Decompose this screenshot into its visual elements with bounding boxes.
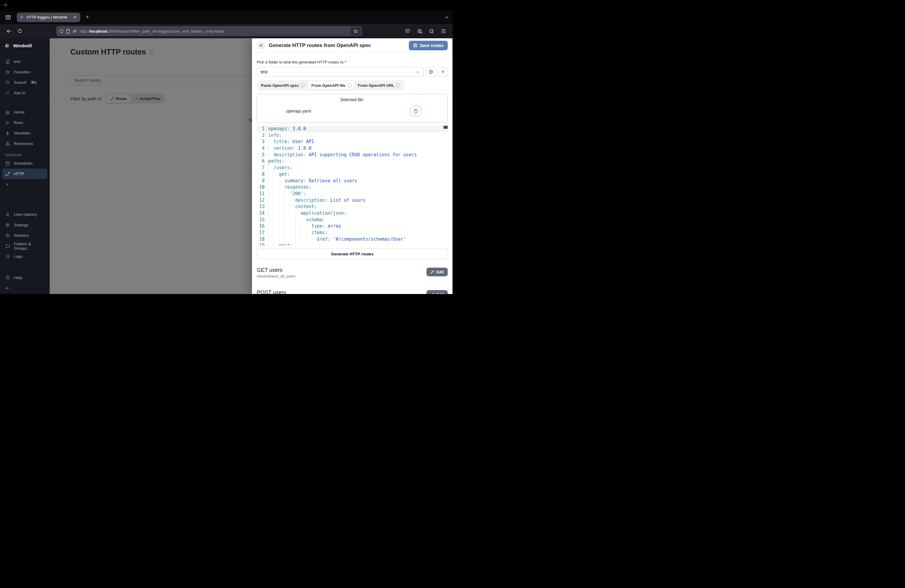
- sidebar-item-logs[interactable]: Logs: [2, 251, 47, 262]
- trash-icon: [414, 109, 418, 113]
- code-line: 18 $ref: '#/components/schemas/User': [257, 236, 448, 243]
- tab-paste-openapi-spec[interactable]: Paste OpenAPI spec i: [258, 81, 308, 89]
- code-line: 12 description: List of users: [257, 197, 448, 204]
- yaml-code-editor[interactable]: 1openapi: 3.0.02info:3 title: User API4 …: [257, 126, 448, 245]
- sidebar-item-label: Runs: [14, 120, 23, 125]
- url-scheme: http://: [79, 29, 90, 33]
- selected-file-label: Selected file:: [257, 97, 448, 102]
- url-rest: :3000/routes?filter_path_of=trigger&user…: [108, 29, 224, 33]
- close-icon[interactable]: ✕: [257, 41, 265, 50]
- user-icon: [5, 212, 10, 217]
- url-text[interactable]: http://localhost:3000/routes?filter_path…: [79, 29, 348, 33]
- sidebar-item-runs[interactable]: Runs: [2, 118, 47, 128]
- route-path: f/test/retrieve_all_users: [257, 274, 427, 278]
- code-line: 8 get:: [257, 171, 448, 178]
- code-line: 14 application/json:: [257, 210, 448, 217]
- home-icon: [5, 110, 10, 114]
- url-bar[interactable]: http://localhost:3000/routes?filter_path…: [56, 26, 362, 36]
- selected-file-box: Selected file: openapi.yaml: [257, 94, 448, 123]
- firefox-view-icon[interactable]: [3, 13, 13, 22]
- required-asterisk: *: [345, 60, 346, 64]
- sidebar-item-label: Folders & Groups...: [14, 242, 45, 251]
- robot-icon: [5, 233, 10, 238]
- edit-route-button[interactable]: Edit: [427, 268, 448, 277]
- eye-preview-button[interactable]: [426, 67, 436, 77]
- browser-tab[interactable]: HTTP triggers | Windmill ✕: [17, 13, 80, 22]
- edit-route-button[interactable]: Edit: [427, 290, 448, 294]
- permissions-icon[interactable]: [72, 29, 77, 33]
- sidebar-item-help[interactable]: Help: [2, 272, 47, 283]
- sidebar-item-label: Search: [14, 80, 27, 85]
- add-folder-button[interactable]: +: [438, 67, 448, 77]
- account-icon[interactable]: [415, 26, 424, 36]
- sidebar-item-label: User (admin): [14, 212, 37, 217]
- sidebar-item-variables[interactable]: $ Variables: [2, 128, 47, 138]
- drawer-header: ✕ Generate HTTP routes from OpenAPI spec…: [252, 38, 452, 53]
- editor-scrollbar-thumb[interactable]: [443, 126, 448, 129]
- remove-file-button[interactable]: [410, 106, 421, 116]
- gear-icon: ⚙: [5, 222, 10, 228]
- tab-from-openapi-file[interactable]: From OpenAPI file i: [308, 81, 354, 89]
- edit-label: Edit: [437, 292, 444, 294]
- arrow-left-icon: [5, 286, 10, 291]
- browser-tabstrip: HTTP triggers | Windmill ✕ +: [0, 11, 452, 24]
- sidebar-item-schedules[interactable]: Schedules: [2, 158, 47, 168]
- reload-icon[interactable]: [15, 26, 25, 36]
- code-line: 19 post:: [257, 243, 448, 245]
- code-line: 10 responses:: [257, 184, 448, 191]
- extensions-puzzle-icon[interactable]: [427, 26, 437, 36]
- sidebar-item-label: test: [14, 59, 21, 64]
- page-viewport: Windmill test Favorites: [0, 38, 452, 294]
- sidebar-item-label: Favorites: [14, 70, 30, 74]
- sidebar-add-trigger[interactable]: +: [2, 179, 47, 189]
- page-info-icon[interactable]: [66, 29, 70, 33]
- pocket-icon[interactable]: [403, 26, 413, 36]
- bookmark-star-icon[interactable]: [350, 27, 361, 35]
- shield-icon[interactable]: [59, 29, 64, 33]
- save-icon: [413, 43, 418, 48]
- sidebar-item-workers[interactable]: Workers: [2, 230, 47, 241]
- help-icon: [5, 275, 10, 280]
- info-icon[interactable]: i: [300, 83, 305, 87]
- sidebar-item-label: Home: [14, 110, 25, 114]
- menu-hamburger-icon[interactable]: [439, 26, 448, 36]
- info-icon[interactable]: i: [347, 83, 351, 87]
- sidebar-item-resources[interactable]: Resources: [2, 138, 47, 149]
- sidebar-item-ask-ai[interactable]: Ask AI: [2, 88, 47, 98]
- info-icon[interactable]: i: [396, 83, 400, 87]
- sidebar-collapse[interactable]: [2, 283, 47, 293]
- list-tabs-chevron-icon[interactable]: [445, 15, 449, 19]
- sidebar-item-http[interactable]: HTTP: [2, 168, 47, 179]
- sidebar-item-label: Schedules: [14, 161, 33, 165]
- code-line: 16 type: array: [257, 223, 448, 230]
- brand-name: Windmill: [13, 43, 32, 48]
- new-tab-icon[interactable]: +: [83, 13, 92, 22]
- sidebar-item-home[interactable]: Home: [2, 107, 47, 118]
- sidebar-item-favorites[interactable]: Favorites: [2, 67, 47, 77]
- generated-route-row: GET users f/test/retrieve_all_users Edit: [257, 267, 448, 278]
- save-routes-button[interactable]: Save routes: [409, 41, 448, 50]
- sidebar-item-label: Logs: [14, 254, 22, 259]
- sidebar-item-label: HTTP: [14, 172, 24, 176]
- tab-from-openapi-url[interactable]: From OpenAPI URL i: [355, 81, 403, 89]
- route-icon: [5, 172, 10, 176]
- star-icon: [5, 70, 10, 74]
- sidebar-item-workspace[interactable]: test: [2, 56, 47, 67]
- sidebar-item-user[interactable]: User (admin): [2, 209, 47, 220]
- sidebar-item-folders-groups[interactable]: Folders & Groups...: [2, 241, 47, 251]
- tab-close-icon[interactable]: ✕: [72, 14, 78, 21]
- sidebar-item-search[interactable]: Search ⌘k: [2, 77, 47, 88]
- dollar-icon: $: [5, 130, 10, 136]
- brand-row[interactable]: Windmill: [0, 38, 50, 53]
- search-shortcut: ⌘k: [31, 80, 37, 85]
- sidebar-item-settings[interactable]: ⚙ Settings: [2, 220, 47, 230]
- forward-icon[interactable]: [0, 0, 10, 10]
- code-line: 7 /users:: [257, 165, 448, 171]
- route-title: POST users: [257, 289, 427, 294]
- tab-title: HTTP triggers | Windmill: [27, 15, 70, 19]
- macos-menubar: [0, 0, 452, 11]
- sidebar-item-label: Help: [14, 275, 22, 280]
- back-icon[interactable]: [4, 26, 14, 36]
- generate-http-routes-button[interactable]: Generate HTTP routes: [257, 248, 448, 259]
- folder-select[interactable]: test: [257, 67, 424, 77]
